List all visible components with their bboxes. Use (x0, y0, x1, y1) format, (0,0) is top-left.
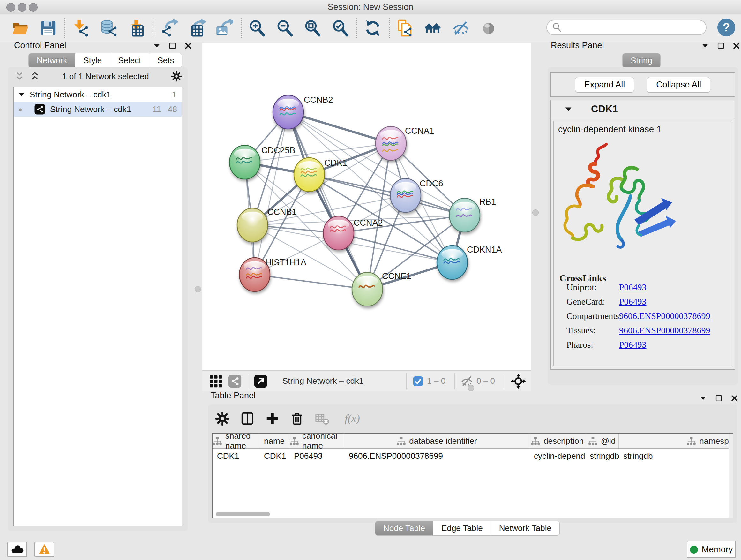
search-field[interactable] (546, 20, 706, 35)
split-columns-button[interactable] (240, 411, 255, 426)
column-header-name[interactable]: name (259, 434, 289, 448)
network-collection-row[interactable]: String Network – cdk1 1 (14, 87, 182, 102)
left-splitter-handle[interactable] (195, 286, 201, 293)
network-node-CCNA1[interactable] (376, 126, 406, 160)
network-edge-CCNB2-CCNA1[interactable] (288, 112, 391, 143)
results-panel-menu-icon[interactable] (701, 42, 710, 50)
network-node-CDC6[interactable] (390, 179, 421, 212)
network-node-CCNB1[interactable] (237, 208, 268, 242)
zoom-selected-button[interactable] (331, 19, 349, 37)
results-tab-string[interactable]: String (623, 53, 660, 68)
column-header--id[interactable]: @id (585, 434, 619, 448)
toolbar-separator (389, 18, 390, 38)
zoom-fit-button[interactable] (304, 19, 321, 37)
import-database-button[interactable] (99, 19, 118, 37)
table-panel-float-icon[interactable] (715, 394, 723, 402)
network-edge-CCNB2-HIST1H1A[interactable] (255, 112, 288, 274)
network-node-RB1[interactable] (449, 198, 480, 232)
table-cell[interactable]: P06493 (289, 449, 344, 463)
table-row[interactable]: CDK1CDK1P064939606.ENSP00000378699cyclin… (212, 449, 733, 463)
export-table-button[interactable] (188, 19, 205, 37)
zoom-out-button[interactable] (276, 19, 293, 37)
save-button[interactable] (39, 19, 57, 37)
control-panel-close-icon[interactable] (184, 42, 192, 50)
network-row-selected[interactable]: String Network – cdk1 11 48 (14, 102, 182, 117)
network-edge-HIST1H1A-CCNE1[interactable] (255, 274, 367, 289)
string-home-button[interactable] (424, 19, 442, 37)
memory-button[interactable]: Memory (687, 541, 736, 558)
add-column-button[interactable] (265, 411, 280, 426)
selected-items-icon[interactable] (412, 375, 424, 387)
delete-column-button[interactable] (290, 411, 305, 426)
crosslink-link[interactable]: 9606.ENSP00000378699 (619, 325, 710, 335)
tab-style[interactable]: Style (75, 53, 110, 68)
open-folder-button[interactable] (11, 19, 29, 37)
network-node-CCNB2[interactable] (273, 95, 304, 129)
collapse-all-icon[interactable] (14, 71, 25, 82)
network-node-CDC25B[interactable] (229, 145, 260, 179)
table-horizontal-scrollbar[interactable] (216, 512, 270, 516)
tab-select[interactable]: Select (110, 53, 149, 68)
birds-eye-view-icon[interactable] (209, 374, 223, 388)
expand-all-button[interactable]: Expand All (575, 77, 634, 92)
gear-button[interactable] (215, 411, 230, 426)
crosslink-link[interactable]: P06493 (619, 340, 647, 350)
network-view-icon[interactable] (228, 374, 242, 388)
table-cell[interactable]: cyclin-dependent ... (529, 449, 585, 463)
zoom-in-button[interactable] (248, 19, 266, 37)
node-entry-header[interactable]: CDK1 (551, 100, 735, 118)
table-vertical-scrollbar[interactable] (729, 434, 733, 518)
export-network-button[interactable] (160, 19, 178, 37)
collection-expander-icon[interactable] (17, 90, 26, 99)
column-header-database-identifier[interactable]: database identifier (344, 434, 529, 448)
table-cell[interactable]: CDK1 (212, 449, 259, 463)
entry-collapse-icon[interactable] (563, 105, 573, 114)
hide-panel-button[interactable] (452, 19, 470, 37)
control-panel-menu-icon[interactable] (152, 42, 161, 50)
table-tab-network-table[interactable]: Network Table (491, 521, 559, 536)
table-tab-node-table[interactable]: Node Table (375, 521, 433, 536)
table-cell[interactable]: stringdb (619, 449, 733, 463)
collapse-all-button[interactable]: Collapse All (647, 77, 711, 92)
detach-view-icon[interactable] (254, 374, 268, 388)
column-header-namespace[interactable]: namespace (619, 434, 733, 448)
refresh-button[interactable] (364, 19, 382, 37)
help-button[interactable]: ? (718, 18, 735, 37)
column-header-description[interactable]: description (529, 434, 585, 448)
import-table-button[interactable] (127, 19, 145, 37)
tab-network[interactable]: Network (29, 53, 75, 68)
gear-icon[interactable] (171, 71, 182, 82)
cloud-button[interactable] (7, 542, 27, 557)
results-panel-float-icon[interactable] (717, 42, 725, 50)
table-panel-menu-icon[interactable] (699, 394, 708, 402)
import-network-button[interactable] (72, 19, 90, 37)
right-splitter-handle[interactable] (532, 209, 539, 216)
crosslink-link[interactable]: P06493 (619, 297, 647, 307)
table-cell[interactable]: CDK1 (259, 449, 289, 463)
crosslink-link[interactable]: 9606.ENSP00000378699 (619, 311, 710, 321)
network-node-CDKN1A[interactable] (437, 246, 468, 279)
crosslink-link[interactable]: P06493 (619, 282, 647, 293)
table-cell[interactable]: stringdb:9... (585, 449, 619, 463)
table-panel-close-icon[interactable] (730, 394, 739, 402)
title-bar: Session: New Session (0, 0, 741, 14)
network-node-CDK1[interactable] (294, 158, 325, 192)
fit-content-icon[interactable] (510, 373, 527, 389)
bottom-splitter-handle[interactable] (468, 385, 474, 391)
network-node-CCNE1[interactable] (352, 272, 383, 306)
clone-network-button[interactable] (396, 19, 414, 37)
table-cell[interactable]: 9606.ENSP00000378699 (344, 449, 529, 463)
table-tab-edge-table[interactable]: Edge Table (433, 521, 491, 536)
tab-sets[interactable]: Sets (149, 53, 182, 68)
warnings-button[interactable] (35, 542, 54, 557)
show-panel-button[interactable] (480, 19, 497, 37)
network-canvas[interactable]: CCNB2CCNA1CDC25BCDK1CDC6RB1CCNB1CCNA2CDK… (202, 43, 531, 370)
expand-all-icon[interactable] (29, 71, 40, 82)
search-input[interactable] (565, 21, 701, 34)
column-header-shared-name[interactable]: shared name (212, 434, 259, 448)
network-node-CCNA2[interactable] (323, 216, 354, 250)
export-image-button[interactable] (215, 19, 233, 37)
results-panel-close-icon[interactable] (732, 42, 741, 50)
control-panel-float-icon[interactable] (168, 42, 177, 50)
column-header-canonical-name[interactable]: canonical name (289, 434, 344, 448)
